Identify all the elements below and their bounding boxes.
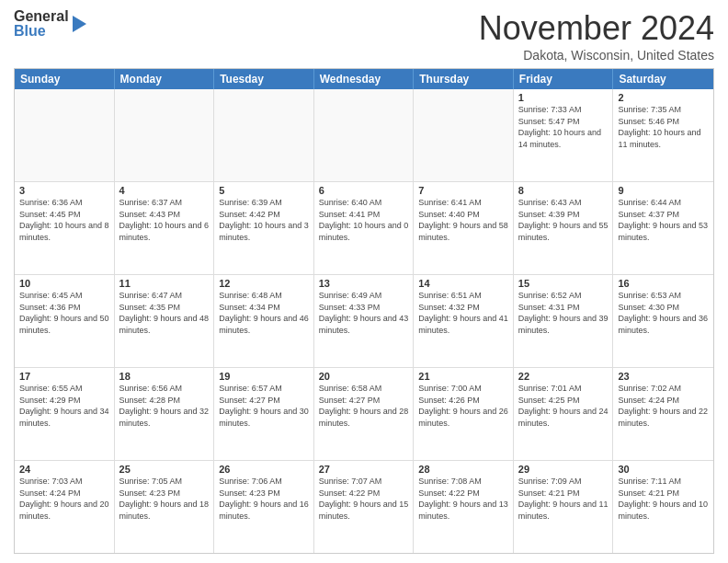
day-number-22: 22 — [518, 371, 609, 382]
calendar: SundayMondayTuesdayWednesdayThursdayFrid… — [14, 68, 714, 554]
day-info-9: Sunrise: 6:44 AM Sunset: 4:37 PM Dayligh… — [618, 197, 709, 243]
day-number-13: 13 — [319, 278, 409, 289]
day-info-13: Sunrise: 6:49 AM Sunset: 4:33 PM Dayligh… — [319, 290, 409, 336]
day-number-4: 4 — [119, 185, 210, 196]
day-info-18: Sunrise: 6:56 AM Sunset: 4:28 PM Dayligh… — [119, 383, 210, 429]
calendar-header: SundayMondayTuesdayWednesdayThursdayFrid… — [15, 69, 713, 89]
day-number-24: 24 — [19, 464, 109, 475]
day-info-22: Sunrise: 7:01 AM Sunset: 4:25 PM Dayligh… — [518, 383, 609, 429]
logo: General Blue — [14, 9, 86, 39]
day-cell-14: 14Sunrise: 6:51 AM Sunset: 4:32 PM Dayli… — [414, 275, 514, 367]
calendar-row-4: 17Sunrise: 6:55 AM Sunset: 4:29 PM Dayli… — [15, 367, 713, 460]
day-number-14: 14 — [418, 278, 508, 289]
day-cell-19: 19Sunrise: 6:57 AM Sunset: 4:27 PM Dayli… — [214, 368, 314, 460]
calendar-row-1: 1Sunrise: 7:33 AM Sunset: 5:47 PM Daylig… — [15, 89, 713, 181]
logo-box: General Blue — [14, 9, 69, 39]
header-day-friday: Friday — [514, 69, 614, 89]
day-number-3: 3 — [19, 185, 109, 196]
day-number-9: 9 — [618, 185, 709, 196]
day-info-25: Sunrise: 7:05 AM Sunset: 4:23 PM Dayligh… — [119, 476, 210, 522]
day-cell-5: 5Sunrise: 6:39 AM Sunset: 4:42 PM Daylig… — [214, 182, 314, 274]
day-info-29: Sunrise: 7:09 AM Sunset: 4:21 PM Dayligh… — [518, 476, 609, 522]
day-info-7: Sunrise: 6:41 AM Sunset: 4:40 PM Dayligh… — [418, 197, 508, 243]
day-number-20: 20 — [319, 371, 409, 382]
day-number-5: 5 — [219, 185, 309, 196]
day-info-11: Sunrise: 6:47 AM Sunset: 4:35 PM Dayligh… — [119, 290, 210, 336]
day-number-2: 2 — [618, 92, 709, 103]
day-info-30: Sunrise: 7:11 AM Sunset: 4:21 PM Dayligh… — [618, 476, 709, 522]
day-number-11: 11 — [119, 278, 210, 289]
day-cell-1: 1Sunrise: 7:33 AM Sunset: 5:47 PM Daylig… — [514, 89, 614, 181]
day-info-8: Sunrise: 6:43 AM Sunset: 4:39 PM Dayligh… — [518, 197, 609, 243]
header-day-sunday: Sunday — [15, 69, 115, 89]
day-info-15: Sunrise: 6:52 AM Sunset: 4:31 PM Dayligh… — [518, 290, 609, 336]
day-number-23: 23 — [618, 371, 709, 382]
header-day-thursday: Thursday — [414, 69, 514, 89]
day-info-6: Sunrise: 6:40 AM Sunset: 4:41 PM Dayligh… — [319, 197, 409, 243]
day-info-14: Sunrise: 6:51 AM Sunset: 4:32 PM Dayligh… — [418, 290, 508, 336]
day-number-6: 6 — [319, 185, 409, 196]
day-number-16: 16 — [618, 278, 709, 289]
day-cell-26: 26Sunrise: 7:06 AM Sunset: 4:23 PM Dayli… — [214, 461, 314, 553]
day-number-1: 1 — [518, 92, 609, 103]
day-info-12: Sunrise: 6:48 AM Sunset: 4:34 PM Dayligh… — [219, 290, 309, 336]
calendar-body: 1Sunrise: 7:33 AM Sunset: 5:47 PM Daylig… — [15, 89, 713, 553]
day-info-4: Sunrise: 6:37 AM Sunset: 4:43 PM Dayligh… — [119, 197, 210, 243]
calendar-row-2: 3Sunrise: 6:36 AM Sunset: 4:45 PM Daylig… — [15, 181, 713, 274]
header-day-saturday: Saturday — [613, 69, 713, 89]
day-cell-30: 30Sunrise: 7:11 AM Sunset: 4:21 PM Dayli… — [613, 461, 713, 553]
day-info-27: Sunrise: 7:07 AM Sunset: 4:22 PM Dayligh… — [319, 476, 409, 522]
day-info-5: Sunrise: 6:39 AM Sunset: 4:42 PM Dayligh… — [219, 197, 309, 243]
header: General Blue November 2024 Dakota, Wisco… — [14, 9, 714, 63]
day-info-2: Sunrise: 7:35 AM Sunset: 5:46 PM Dayligh… — [618, 104, 709, 150]
day-number-8: 8 — [518, 185, 609, 196]
day-cell-empty — [314, 89, 415, 181]
day-cell-27: 27Sunrise: 7:07 AM Sunset: 4:22 PM Dayli… — [314, 461, 415, 553]
day-info-19: Sunrise: 6:57 AM Sunset: 4:27 PM Dayligh… — [219, 383, 309, 429]
day-number-10: 10 — [19, 278, 109, 289]
day-cell-12: 12Sunrise: 6:48 AM Sunset: 4:34 PM Dayli… — [214, 275, 314, 367]
day-cell-13: 13Sunrise: 6:49 AM Sunset: 4:33 PM Dayli… — [314, 275, 415, 367]
logo-chevron-icon — [73, 16, 86, 32]
day-number-12: 12 — [219, 278, 309, 289]
day-info-24: Sunrise: 7:03 AM Sunset: 4:24 PM Dayligh… — [19, 476, 109, 522]
day-cell-7: 7Sunrise: 6:41 AM Sunset: 4:40 PM Daylig… — [414, 182, 514, 274]
month-title: November 2024 — [479, 9, 714, 48]
day-cell-16: 16Sunrise: 6:53 AM Sunset: 4:30 PM Dayli… — [613, 275, 713, 367]
day-cell-20: 20Sunrise: 6:58 AM Sunset: 4:27 PM Dayli… — [314, 368, 415, 460]
day-cell-23: 23Sunrise: 7:02 AM Sunset: 4:24 PM Dayli… — [613, 368, 713, 460]
day-info-21: Sunrise: 7:00 AM Sunset: 4:26 PM Dayligh… — [418, 383, 508, 429]
day-cell-9: 9Sunrise: 6:44 AM Sunset: 4:37 PM Daylig… — [613, 182, 713, 274]
day-cell-18: 18Sunrise: 6:56 AM Sunset: 4:28 PM Dayli… — [115, 368, 215, 460]
day-cell-empty — [15, 89, 115, 181]
day-number-21: 21 — [418, 371, 508, 382]
day-cell-10: 10Sunrise: 6:45 AM Sunset: 4:36 PM Dayli… — [15, 275, 115, 367]
day-cell-15: 15Sunrise: 6:52 AM Sunset: 4:31 PM Dayli… — [514, 275, 614, 367]
day-number-27: 27 — [319, 464, 409, 475]
day-cell-empty — [414, 89, 514, 181]
logo-blue: Blue — [14, 24, 69, 39]
day-info-28: Sunrise: 7:08 AM Sunset: 4:22 PM Dayligh… — [418, 476, 508, 522]
day-number-18: 18 — [119, 371, 210, 382]
day-number-28: 28 — [418, 464, 508, 475]
day-cell-4: 4Sunrise: 6:37 AM Sunset: 4:43 PM Daylig… — [115, 182, 215, 274]
day-info-3: Sunrise: 6:36 AM Sunset: 4:45 PM Dayligh… — [19, 197, 109, 243]
day-cell-21: 21Sunrise: 7:00 AM Sunset: 4:26 PM Dayli… — [414, 368, 514, 460]
day-info-17: Sunrise: 6:55 AM Sunset: 4:29 PM Dayligh… — [19, 383, 109, 429]
calendar-row-5: 24Sunrise: 7:03 AM Sunset: 4:24 PM Dayli… — [15, 460, 713, 553]
day-info-23: Sunrise: 7:02 AM Sunset: 4:24 PM Dayligh… — [618, 383, 709, 429]
day-info-1: Sunrise: 7:33 AM Sunset: 5:47 PM Dayligh… — [518, 104, 609, 150]
day-cell-22: 22Sunrise: 7:01 AM Sunset: 4:25 PM Dayli… — [514, 368, 614, 460]
day-cell-6: 6Sunrise: 6:40 AM Sunset: 4:41 PM Daylig… — [314, 182, 415, 274]
day-info-16: Sunrise: 6:53 AM Sunset: 4:30 PM Dayligh… — [618, 290, 709, 336]
day-number-7: 7 — [418, 185, 508, 196]
day-info-20: Sunrise: 6:58 AM Sunset: 4:27 PM Dayligh… — [319, 383, 409, 429]
location: Dakota, Wisconsin, United States — [479, 48, 714, 63]
day-cell-empty — [115, 89, 215, 181]
day-cell-empty — [214, 89, 314, 181]
day-number-15: 15 — [518, 278, 609, 289]
calendar-row-3: 10Sunrise: 6:45 AM Sunset: 4:36 PM Dayli… — [15, 274, 713, 367]
day-number-17: 17 — [19, 371, 109, 382]
day-cell-25: 25Sunrise: 7:05 AM Sunset: 4:23 PM Dayli… — [115, 461, 215, 553]
day-number-30: 30 — [618, 464, 709, 475]
